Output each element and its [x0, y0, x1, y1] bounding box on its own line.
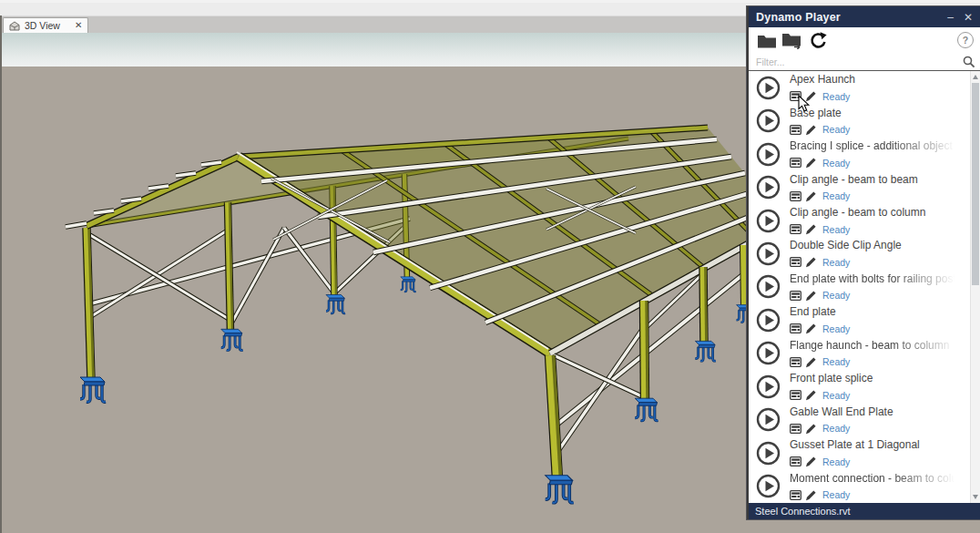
panel-title: Dynamo Player	[756, 11, 937, 24]
pencil-icon	[805, 223, 817, 235]
edit-inputs-button[interactable]	[790, 456, 801, 466]
edit-inputs-button[interactable]	[790, 490, 801, 500]
script-info: Gusset Plate at 1 Diagonal Ready	[790, 438, 960, 467]
script-status: Ready	[822, 423, 850, 434]
run-script-button[interactable]	[756, 241, 781, 266]
script-info: Double Side Clip Angle Ready	[790, 239, 960, 268]
view-tab-3d[interactable]: 3D View ✕	[3, 17, 88, 33]
run-script-button[interactable]	[756, 209, 781, 233]
minimize-button[interactable]: –	[947, 12, 954, 23]
script-list-scrollbar[interactable]	[970, 71, 980, 503]
run-script-button[interactable]	[756, 142, 781, 167]
open-folder-button[interactable]	[757, 33, 777, 48]
open-folder-add-path-button[interactable]	[781, 32, 803, 49]
script-row: Bracing I splice - additional object Rea	[749, 138, 970, 170]
edit-inputs-button[interactable]	[790, 390, 801, 400]
script-info: Base plate Ready	[790, 107, 960, 136]
script-meta: Ready	[790, 256, 960, 268]
filter-input[interactable]	[749, 54, 961, 69]
panel-header[interactable]: Dynamo Player – ✕	[749, 6, 980, 27]
script-row: Clip angle - beam to column Ready	[749, 204, 970, 237]
script-meta: Ready	[790, 223, 960, 235]
edit-in-dynamo-button[interactable]	[805, 256, 817, 268]
script-name: Flange haunch - beam to column	[790, 340, 960, 352]
edit-in-dynamo-button[interactable]	[805, 456, 817, 467]
script-info: End plate Ready	[790, 305, 960, 334]
script-status: Ready	[822, 356, 850, 367]
script-info: Gable Wall End Plate Ready	[790, 405, 960, 435]
run-script-button[interactable]	[756, 407, 781, 432]
run-script-button[interactable]	[756, 308, 781, 333]
edit-inputs-button[interactable]	[790, 257, 801, 267]
inputs-icon	[790, 456, 801, 466]
script-meta: Ready	[790, 489, 960, 501]
refresh-icon	[808, 31, 827, 50]
edit-inputs-button[interactable]	[790, 158, 801, 168]
script-row: Front plate splice Ready	[749, 370, 970, 403]
open-folder-arrow-icon	[781, 32, 803, 49]
scroll-up-button[interactable]	[973, 75, 978, 79]
script-row: Flange haunch - beam to column Ready	[749, 337, 970, 370]
run-script-button[interactable]	[756, 175, 781, 200]
edit-inputs-button[interactable]	[790, 191, 801, 201]
edit-in-dynamo-button[interactable]	[805, 157, 817, 169]
inputs-icon	[790, 357, 801, 367]
script-meta: Ready	[790, 124, 960, 136]
refresh-button[interactable]	[808, 31, 827, 50]
script-row: Gable Wall End Plate Ready	[749, 404, 970, 436]
edit-in-dynamo-button[interactable]	[805, 356, 817, 368]
pencil-icon	[805, 256, 817, 268]
3d-view-icon	[9, 21, 20, 31]
script-status: Ready	[822, 124, 850, 135]
play-icon	[756, 441, 781, 466]
script-row: Double Side Clip Angle Ready	[749, 237, 970, 270]
script-meta: Ready	[790, 423, 960, 435]
edit-inputs-button[interactable]	[790, 291, 801, 301]
edit-in-dynamo-button[interactable]	[805, 323, 817, 334]
pencil-icon	[805, 456, 817, 467]
script-info: Clip angle - beam to column Ready	[790, 206, 960, 235]
scroll-down-button[interactable]	[973, 495, 978, 499]
document-name: Steel Connections.rvt	[755, 506, 851, 517]
edit-inputs-button[interactable]	[790, 424, 801, 434]
run-script-button[interactable]	[756, 441, 781, 466]
play-icon	[756, 308, 781, 333]
script-meta: Ready	[790, 456, 960, 467]
script-row: Clip angle - beam to beam Ready	[749, 170, 970, 203]
script-info: Flange haunch - beam to column Ready	[790, 339, 960, 368]
help-button[interactable]: ?	[957, 32, 974, 48]
edit-in-dynamo-button[interactable]	[805, 489, 817, 501]
script-status: Ready	[822, 190, 850, 201]
edit-inputs-button[interactable]	[790, 323, 801, 333]
edit-in-dynamo-button[interactable]	[805, 389, 817, 401]
script-info: Apex Haunch Ready	[790, 73, 960, 102]
inputs-icon	[790, 490, 801, 500]
inputs-icon	[790, 291, 801, 301]
view-tab-close-button[interactable]: ✕	[75, 21, 82, 30]
filter-bar	[749, 53, 980, 71]
close-button[interactable]: ✕	[964, 12, 973, 23]
view-tab-label: 3D View	[25, 20, 60, 31]
pencil-icon	[805, 190, 817, 202]
run-script-button[interactable]	[756, 76, 781, 100]
run-script-button[interactable]	[756, 474, 781, 498]
edit-in-dynamo-button[interactable]	[805, 124, 817, 136]
pencil-icon	[805, 124, 817, 136]
run-script-button[interactable]	[756, 341, 781, 365]
scroll-thumb[interactable]	[972, 83, 979, 285]
run-script-button[interactable]	[756, 374, 781, 399]
run-script-button[interactable]	[756, 108, 781, 133]
edit-in-dynamo-button[interactable]	[805, 223, 817, 235]
edit-in-dynamo-button[interactable]	[805, 190, 817, 202]
script-status: Ready	[822, 158, 850, 169]
edit-in-dynamo-button[interactable]	[805, 423, 817, 435]
edit-inputs-button[interactable]	[790, 224, 801, 234]
script-status: Ready	[822, 456, 850, 467]
edit-in-dynamo-button[interactable]	[805, 290, 817, 302]
run-script-button[interactable]	[756, 274, 781, 299]
edit-inputs-button[interactable]	[790, 357, 801, 367]
edit-inputs-button[interactable]	[790, 125, 801, 135]
inputs-icon	[790, 257, 801, 267]
pencil-icon	[805, 489, 817, 501]
script-name: Gusset Plate at 1 Diagonal	[790, 439, 960, 451]
